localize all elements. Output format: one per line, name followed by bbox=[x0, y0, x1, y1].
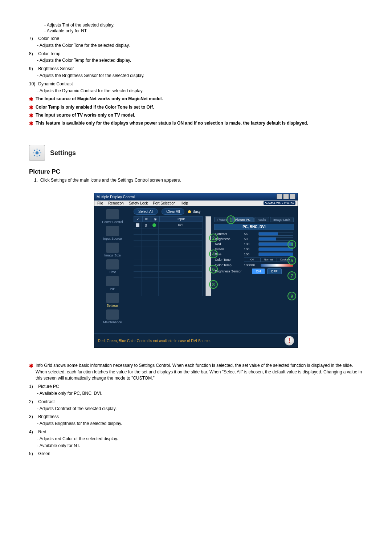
menu-item[interactable]: Safety Lock bbox=[129, 201, 148, 205]
list-title: Brightness bbox=[38, 414, 321, 420]
pre-subs: - Adjusts Tint of the selected display. … bbox=[29, 23, 363, 33]
list-item: 5) Green bbox=[29, 451, 363, 457]
tab-imagelock[interactable]: Image Lock bbox=[270, 217, 294, 222]
star-icon: ✱ bbox=[29, 104, 33, 111]
callout-8: 8 bbox=[209, 280, 218, 289]
grid-row[interactable] bbox=[134, 240, 203, 247]
ct-normal[interactable]: Normal bbox=[261, 258, 277, 262]
callout-7: 7 bbox=[287, 271, 296, 280]
callout-4: 4 bbox=[209, 250, 218, 258]
bottom-list: 1) Picture PC - Available only for PC, B… bbox=[29, 384, 363, 457]
sidebar-item-power[interactable]: Power Control bbox=[97, 209, 128, 224]
note-star: ✱The Input source of MagicNet works only… bbox=[29, 96, 363, 102]
row-check[interactable] bbox=[134, 222, 142, 228]
list-title: Dynamic Contrast bbox=[38, 81, 321, 87]
val-green: 100 bbox=[244, 247, 256, 251]
sidebar-label: Settings bbox=[107, 304, 119, 307]
list-num: 3) bbox=[29, 414, 37, 420]
section-title: Settings bbox=[50, 149, 76, 157]
list-item: 8) Color Temp - Adjusts the Color Temp f… bbox=[29, 51, 363, 64]
slider-brightness[interactable] bbox=[258, 237, 293, 241]
sidebar-item-time[interactable]: Time bbox=[97, 259, 128, 274]
sidebar-item-maintenance[interactable]: Maintenance bbox=[97, 309, 128, 324]
pre-sub: - Available only for NT. bbox=[36, 28, 363, 33]
busy-indicator: Busy bbox=[188, 210, 200, 214]
bsensor-on-button[interactable]: ON bbox=[252, 268, 265, 274]
slider-colortemp[interactable] bbox=[261, 264, 293, 267]
list-item: 9) Brightness Sensor - Adjusts the Brigh… bbox=[29, 66, 363, 79]
row-blue: Blue 100 bbox=[215, 252, 293, 256]
menu-item[interactable]: Remocon bbox=[108, 201, 124, 205]
grid-row[interactable] bbox=[134, 228, 203, 234]
app-body: Power Control Input Source Image Size Ti… bbox=[94, 206, 298, 333]
gh-id: ID bbox=[142, 216, 151, 222]
maximize-icon[interactable] bbox=[283, 194, 289, 199]
grid-row[interactable] bbox=[134, 271, 203, 278]
window-titlebar: Multiple Display Control bbox=[94, 193, 298, 200]
svg-line-7 bbox=[34, 155, 35, 156]
label-colortemp: Color Temp bbox=[215, 263, 242, 267]
sidebar-item-imagesize[interactable]: Image Size bbox=[97, 243, 128, 257]
menu-item[interactable]: Help bbox=[180, 201, 188, 205]
checkbox-icon bbox=[136, 223, 139, 227]
gh-input: Input bbox=[160, 216, 203, 222]
slider-contrast[interactable] bbox=[258, 232, 293, 236]
row-colortone: Color Tone Off Normal Custom bbox=[215, 258, 293, 262]
row-bsensor: Brightness Sensor ON OFF bbox=[215, 268, 293, 274]
window-buttons bbox=[276, 194, 295, 200]
row-id: 0 bbox=[142, 222, 150, 228]
star-text: The Input source of MagicNet works only … bbox=[36, 96, 163, 102]
menu-item[interactable]: Port Selection bbox=[153, 201, 175, 205]
close-icon[interactable] bbox=[290, 194, 295, 199]
grid-row[interactable] bbox=[134, 290, 203, 296]
pip-icon bbox=[106, 276, 119, 286]
colortone-scale[interactable]: Off Normal Custom bbox=[244, 258, 293, 262]
list-sub: - Adjusts red Color of the selected disp… bbox=[29, 436, 363, 442]
slider-blue[interactable] bbox=[258, 252, 293, 256]
step-body: Click Settings of the main icons and the… bbox=[40, 178, 181, 183]
callout-2: 2 bbox=[209, 234, 218, 242]
note-star: ✱The Input source of TV works only on TV… bbox=[29, 112, 363, 119]
star-icon: ✱ bbox=[29, 362, 33, 369]
list-item: 7) Color Tone - Adjusts the Color Tone f… bbox=[29, 36, 363, 49]
list-title: Green bbox=[38, 451, 321, 457]
list-item: 2) Contrast - Adjusts Contrast of the se… bbox=[29, 399, 363, 412]
warning-icon: ! bbox=[285, 336, 294, 345]
busy-dot-icon bbox=[188, 210, 191, 213]
gh-status: ◉ bbox=[151, 216, 160, 222]
sidebar-item-settings[interactable]: Settings bbox=[97, 293, 128, 307]
grid-row[interactable] bbox=[134, 234, 203, 240]
slider-green[interactable] bbox=[258, 247, 293, 251]
list-title: Color Temp bbox=[38, 51, 321, 57]
menu-item[interactable]: File bbox=[97, 201, 103, 205]
star-text: The Input source of TV works only on TV … bbox=[36, 112, 135, 118]
info-grid-text: Info Grid shows some basic information n… bbox=[36, 362, 363, 381]
list-sub: - Adjusts Contrast of the selected displ… bbox=[29, 406, 363, 412]
info-grid: ✓ ID ◉ Input 0 PC bbox=[134, 216, 203, 296]
sidebar-label: Input Source bbox=[103, 237, 122, 240]
sidebar-item-input[interactable]: Input Source bbox=[97, 226, 128, 240]
list-item: 3) Brightness - Adjusts Brightness for t… bbox=[29, 414, 363, 427]
sidebar-item-pip[interactable]: PIP bbox=[97, 276, 128, 291]
minimize-icon[interactable] bbox=[277, 194, 282, 199]
grid-row[interactable] bbox=[134, 259, 203, 265]
main-area: Select All Clear All Busy ✓ ID ◉ Input bbox=[131, 206, 298, 333]
note-star: ✱This feature is available only for the … bbox=[29, 120, 363, 127]
grid-row[interactable] bbox=[134, 253, 203, 259]
grid-row[interactable] bbox=[134, 247, 203, 253]
clear-all-button[interactable]: Clear All bbox=[162, 208, 184, 215]
power-icon bbox=[106, 209, 119, 219]
grid-row[interactable] bbox=[134, 278, 203, 284]
list-num: 7) bbox=[29, 36, 37, 42]
star-icon: ✱ bbox=[29, 112, 33, 119]
warning-bar: Red, Green, Blue Color Control is not av… bbox=[94, 333, 298, 348]
list-title: Contrast bbox=[38, 399, 321, 405]
list-num: 9) bbox=[29, 66, 37, 72]
grid-row[interactable] bbox=[134, 284, 203, 290]
ct-off[interactable]: Off bbox=[244, 258, 261, 262]
grid-row[interactable]: 0 PC bbox=[134, 222, 203, 228]
bsensor-off-button[interactable]: OFF bbox=[267, 268, 282, 274]
tab-audio[interactable]: Audio bbox=[254, 217, 269, 222]
select-all-button[interactable]: Select All bbox=[134, 208, 158, 215]
grid-row[interactable] bbox=[134, 265, 203, 271]
